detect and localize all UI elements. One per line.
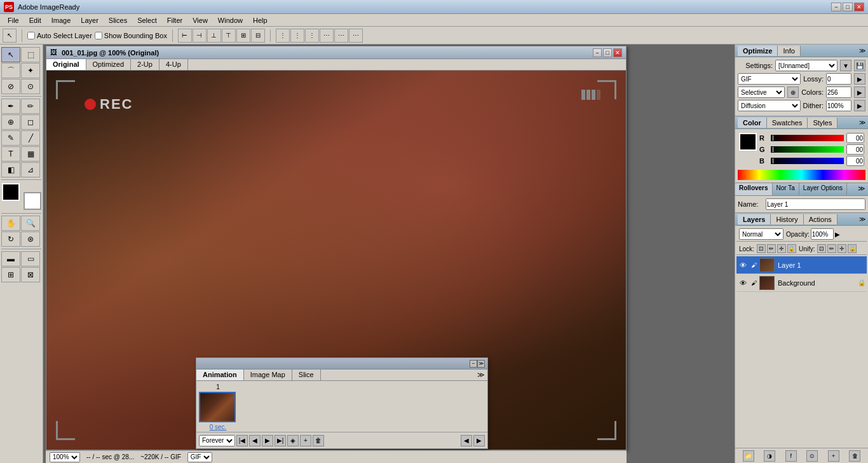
align-top-btn[interactable]: ⊤ (222, 29, 236, 43)
tab-2up[interactable]: 2-Up (131, 59, 159, 70)
menu-file[interactable]: File (3, 15, 24, 25)
zoom-select[interactable]: 100% (50, 452, 80, 462)
settings-select[interactable]: [Unnamed] (775, 60, 837, 71)
screen-mode-2[interactable]: ▭ (21, 251, 40, 266)
settings-menu-btn[interactable]: ▼ (840, 60, 851, 71)
menu-help[interactable]: Help (248, 15, 273, 25)
lock-all-btn[interactable]: 🔒 (787, 244, 796, 253)
clone-stamp-tool[interactable]: ⊕ (1, 114, 20, 130)
fg-color-swatch[interactable] (739, 133, 757, 151)
tab-actions[interactable]: Actions (804, 214, 837, 225)
doc-minimize-btn[interactable]: − (593, 48, 602, 57)
tab-image-map[interactable]: Image Map (244, 370, 292, 380)
tab-notes[interactable]: Nor Ta (773, 183, 799, 195)
layer-mask-btn[interactable]: ⊙ (806, 450, 818, 462)
anim-expand-btn[interactable]: ≫ (477, 370, 487, 380)
paintbrush-tool[interactable]: ✏ (21, 99, 40, 114)
layer1-link[interactable]: 🖌 (749, 261, 758, 270)
tab-layer-options[interactable]: Layer Options (799, 183, 847, 195)
doc-close-btn[interactable]: ✕ (613, 48, 622, 57)
b-bar[interactable] (771, 158, 844, 164)
lossy-arrow[interactable]: ▶ (854, 73, 865, 85)
tab-optimize[interactable]: Optimize (738, 46, 778, 56)
tab-rollovers[interactable]: Rollovers (735, 183, 773, 195)
unify-4[interactable]: 🔒 (848, 244, 857, 253)
lasso-tool[interactable]: ⌒ (1, 63, 20, 78)
layer-effects-btn[interactable]: f (785, 450, 797, 462)
first-frame-btn[interactable]: |◀ (236, 435, 248, 446)
anim-nav-left[interactable]: ◀ (461, 435, 472, 446)
g-value[interactable] (846, 144, 864, 155)
new-fill-btn[interactable]: ◑ (764, 450, 775, 462)
menu-window[interactable]: Window (213, 15, 248, 25)
background-color[interactable] (24, 192, 41, 210)
layer1-visibility[interactable]: 👁 (738, 260, 748, 270)
doc-restore-btn[interactable]: □ (603, 48, 612, 57)
tab-styles[interactable]: Styles (808, 118, 837, 128)
align-bottom-btn[interactable]: ⊟ (251, 29, 265, 43)
preview-tool[interactable]: ↻ (1, 232, 20, 247)
pencil-tool[interactable]: ✎ (1, 130, 20, 146)
g-bar[interactable] (771, 146, 844, 153)
color-spectrum-bar[interactable] (738, 170, 865, 180)
opacity-arrow[interactable]: ▶ (835, 231, 840, 238)
tab-animation[interactable]: Animation (196, 370, 244, 380)
b-value[interactable] (846, 156, 864, 166)
zoom-tool[interactable]: 🔍 (21, 216, 40, 231)
tab-history[interactable]: History (771, 214, 803, 225)
new-layer-btn[interactable]: + (828, 450, 839, 462)
auto-select-checkbox[interactable] (27, 32, 35, 39)
menu-select[interactable]: Select (132, 15, 162, 25)
colors-input[interactable] (826, 86, 851, 98)
settings-save-btn[interactable]: 💾 (854, 60, 865, 71)
tab-slice[interactable]: Slice (292, 370, 321, 380)
eyedropper-tool[interactable]: ⊿ (21, 162, 40, 177)
opacity-input[interactable] (811, 228, 834, 240)
dist-mid-btn[interactable]: ⋯ (334, 29, 348, 43)
menu-filter[interactable]: Filter (162, 15, 187, 25)
colors-arrow[interactable]: ▶ (854, 86, 865, 98)
move-tool[interactable]: ↖ (1, 47, 20, 62)
play-btn[interactable]: ▶ (262, 435, 273, 446)
dist-left-btn[interactable]: ⋮ (276, 29, 290, 43)
menu-edit[interactable]: Edit (24, 15, 46, 25)
tab-4up[interactable]: 4-Up (159, 59, 188, 70)
unify-1[interactable]: ⊡ (817, 244, 826, 253)
magic-wand-tool[interactable]: ✦ (21, 63, 40, 78)
r-value[interactable] (846, 133, 864, 143)
anim-menu-btn[interactable]: ≫ (477, 360, 485, 368)
delete-frame-btn[interactable]: 🗑 (313, 435, 324, 446)
format-select-opt[interactable]: GIF (738, 73, 801, 85)
optimize-tool[interactable]: ⊛ (21, 232, 40, 247)
screen-mode-3[interactable]: ⊞ (1, 267, 20, 282)
slice-select-tool[interactable]: ⊙ (21, 79, 40, 94)
dist-center-btn[interactable]: ⋮ (290, 29, 304, 43)
tab-layers[interactable]: Layers (738, 214, 771, 225)
dither-select[interactable]: Diffusion (738, 100, 801, 111)
tween-btn[interactable]: ◈ (287, 435, 299, 446)
new-frame-btn[interactable]: + (300, 435, 311, 446)
anim-nav-right[interactable]: ▶ (473, 435, 485, 446)
menu-layer[interactable]: Layer (76, 15, 104, 25)
next-frame-btn[interactable]: ▶| (275, 435, 286, 446)
gradient-tool[interactable]: ◧ (1, 162, 20, 177)
r-bar[interactable] (771, 135, 844, 141)
new-layer-set-btn[interactable]: 📁 (743, 450, 754, 462)
layer-row-background[interactable]: 👁 🖌 Background 🔒 (736, 274, 867, 292)
lock-transparent-btn[interactable]: ⊡ (757, 244, 766, 253)
lock-paint-btn[interactable]: ✏ (767, 244, 776, 253)
color-expand[interactable]: ≫ (859, 119, 865, 126)
dither-input[interactable] (826, 100, 851, 111)
type-tool[interactable]: T (1, 146, 20, 162)
rollovers-expand[interactable]: ≫ (855, 183, 868, 195)
align-center-v-btn[interactable]: ⊞ (236, 29, 250, 43)
frame-time[interactable]: 0 sec. (199, 424, 237, 431)
delete-layer-btn[interactable]: 🗑 (849, 450, 860, 462)
unify-2[interactable]: ✏ (827, 244, 836, 253)
hand-tool[interactable]: ✋ (1, 216, 20, 231)
airbrush-tool[interactable]: ✒ (1, 99, 20, 114)
anim-minimize-btn[interactable]: − (470, 360, 477, 368)
tab-original[interactable]: Original (46, 59, 86, 70)
align-right-btn[interactable]: ⊥ (207, 29, 221, 43)
select-tool[interactable]: ⬚ (21, 47, 40, 62)
